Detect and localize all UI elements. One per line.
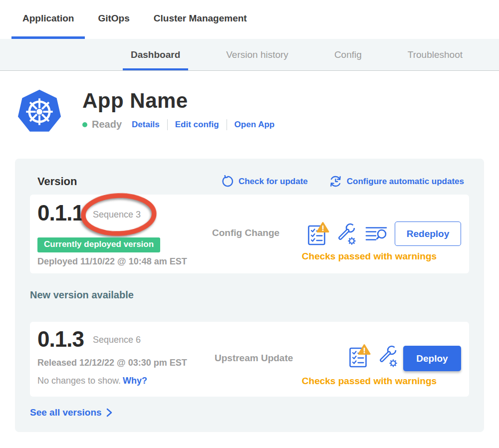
status-text: Ready: [92, 119, 122, 130]
page-title: App Name: [82, 89, 274, 113]
wrench-gear-icon: [378, 345, 399, 368]
deployed-timestamp: Deployed 11/10/22 @ 10:48 am EST: [37, 256, 187, 267]
see-all-versions-label: See all versions: [30, 407, 102, 418]
released-timestamp: Released 12/12/22 @ 03:30 pm EST: [37, 358, 187, 368]
app-header: App Name Ready Details Edit config Open …: [16, 88, 499, 135]
tab-version-history[interactable]: Version history: [226, 39, 288, 70]
open-app-link[interactable]: Open App: [235, 120, 275, 130]
check-for-update-label: Check for update: [239, 177, 308, 187]
tab-dashboard[interactable]: Dashboard: [123, 39, 188, 70]
configure-automatic-updates-label: Configure automatic updates: [347, 177, 464, 187]
preflight-checks-icon[interactable]: [307, 222, 329, 246]
divider: [227, 119, 227, 130]
version-card: Version Check for update Configure autom…: [15, 159, 484, 432]
deploy-button[interactable]: Deploy: [403, 346, 461, 371]
preflight-checks-icon[interactable]: [349, 344, 371, 369]
current-version-number: 0.1.1: [37, 201, 84, 225]
status-dot: [82, 122, 87, 127]
config-diff-icon[interactable]: [337, 223, 358, 245]
configure-automatic-updates-link[interactable]: Configure automatic updates: [329, 175, 464, 188]
current-sequence-label: Sequence 3: [93, 210, 141, 220]
view-files-icon[interactable]: [365, 225, 388, 242]
available-sequence-label: Sequence 6: [93, 335, 141, 345]
config-diff-icon[interactable]: [378, 345, 399, 368]
checklist-warning-icon: [349, 344, 371, 369]
primary-nav: Application GitOps Cluster Management: [0, 0, 499, 39]
tab-application[interactable]: Application: [11, 0, 85, 39]
check-for-update-link[interactable]: Check for update: [222, 175, 308, 188]
see-all-versions-link[interactable]: See all versions: [30, 407, 112, 418]
checklist-warning-icon: [307, 222, 329, 246]
available-version-row: 0.1.3 Sequence 6 Released 12/12/22 @ 03:…: [30, 322, 469, 397]
checks-status-text: Checks passed with warnings: [264, 251, 474, 262]
divider: [167, 119, 168, 130]
wrench-gear-icon: [337, 223, 358, 245]
available-version-number: 0.1.3: [37, 327, 84, 352]
chevron-right-icon: [106, 408, 112, 417]
details-link[interactable]: Details: [132, 120, 160, 130]
why-link[interactable]: Why?: [123, 376, 147, 386]
new-version-heading: New version available: [30, 289, 134, 301]
current-version-row: 0.1.1 Sequence 3 Currently deployed vers…: [30, 195, 469, 273]
auto-update-icon: [329, 175, 342, 188]
edit-config-link[interactable]: Edit config: [175, 120, 219, 130]
currently-deployed-badge: Currently deployed version: [37, 237, 160, 252]
kubernetes-logo-icon: [16, 88, 62, 135]
no-changes-text: No changes to show.Why?: [37, 376, 147, 386]
version-source-label: Config Change: [212, 227, 279, 238]
no-changes-label: No changes to show.: [37, 376, 121, 386]
redeploy-button[interactable]: Redeploy: [395, 222, 461, 246]
tab-gitops[interactable]: GitOps: [98, 0, 129, 39]
checks-status-text: Checks passed with warnings: [264, 376, 474, 387]
tab-troubleshoot[interactable]: Troubleshoot: [408, 39, 463, 70]
refresh-icon: [222, 175, 234, 188]
version-section-title: Version: [37, 175, 77, 188]
files-magnifier-icon: [365, 225, 388, 242]
app-nav: Dashboard Version history Config Trouble…: [0, 39, 499, 71]
version-source-label: Upstream Update: [215, 353, 293, 364]
tab-cluster-management[interactable]: Cluster Management: [154, 0, 247, 39]
tab-config[interactable]: Config: [334, 39, 362, 70]
